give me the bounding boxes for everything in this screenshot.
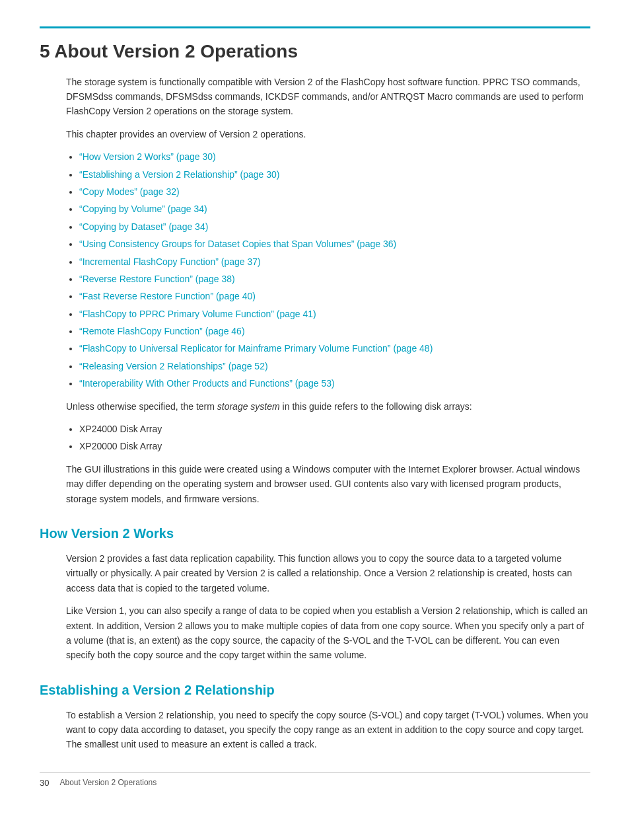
toc-link-14[interactable]: “Interoperability With Other Products an… (79, 378, 335, 389)
toc-link-4[interactable]: “Copying by Volume” (page 34) (79, 204, 207, 214)
list-item: “Using Consistency Groups for Dataset Co… (79, 237, 590, 251)
page-container: 5 About Version 2 Operations The storage… (0, 0, 630, 814)
toc-link-9[interactable]: “Fast Reverse Restore Function” (page 40… (79, 291, 256, 301)
list-item: “Incremental FlashCopy Function” (page 3… (79, 254, 590, 269)
toc-link-12[interactable]: “FlashCopy to Universal Replicator for M… (79, 343, 433, 354)
top-border-line (40, 26, 590, 28)
storage-system-intro-text: Unless otherwise specified, the term sto… (66, 399, 590, 414)
toc-link-8[interactable]: “Reverse Restore Function” (page 38) (79, 274, 235, 284)
storage-system-em: storage system (217, 401, 280, 412)
list-item: “How Version 2 Works” (page 30) (79, 149, 590, 164)
list-item: “Copy Modes” (page 32) (79, 184, 590, 199)
footer-text: About Version 2 Operations (59, 778, 157, 787)
list-item: “Interoperability With Other Products an… (79, 376, 590, 391)
toc-link-7[interactable]: “Incremental FlashCopy Function” (page 3… (79, 256, 261, 267)
toc-link-list: “How Version 2 Works” (page 30) “Establi… (79, 149, 590, 391)
list-item: “Establishing a Version 2 Relationship” … (79, 167, 590, 182)
footer-page-number: 30 (40, 778, 49, 788)
section1-paragraph-2: Like Version 1, you can also specify a r… (66, 603, 590, 663)
list-item: “Remote FlashCopy Function” (page 46) (79, 324, 590, 338)
toc-link-11[interactable]: “Remote FlashCopy Function” (page 46) (79, 326, 245, 336)
list-item: “Copying by Dataset” (page 34) (79, 219, 590, 234)
section2-heading: Establishing a Version 2 Relationship (40, 681, 590, 699)
chapter-title: 5 About Version 2 Operations (40, 40, 590, 63)
list-item: “Fast Reverse Restore Function” (page 40… (79, 289, 590, 303)
list-item: “Reverse Restore Function” (page 38) (79, 272, 590, 286)
storage-system-intro-before: Unless otherwise specified, the term (66, 401, 217, 412)
disk-array-list: XP24000 Disk Array XP20000 Disk Array (79, 422, 590, 454)
page-footer: 30 About Version 2 Operations (40, 772, 590, 788)
list-item: “FlashCopy to Universal Replicator for M… (79, 341, 590, 356)
list-item: “FlashCopy to PPRC Primary Volume Functi… (79, 307, 590, 321)
toc-link-3[interactable]: “Copy Modes” (page 32) (79, 186, 180, 197)
toc-link-2[interactable]: “Establishing a Version 2 Relationship” … (79, 169, 280, 180)
list-item: “Copying by Volume” (page 34) (79, 202, 590, 216)
section1-paragraph-1: Version 2 provides a fast data replicati… (66, 551, 590, 595)
gui-note-text: The GUI illustrations in this guide were… (66, 462, 590, 506)
intro-paragraph-2: This chapter provides an overview of Ver… (66, 127, 590, 141)
list-item: XP24000 Disk Array (79, 422, 590, 436)
section1-heading: How Version 2 Works (40, 525, 590, 542)
list-item: “Releasing Version 2 Relationships” (pag… (79, 359, 590, 373)
toc-link-1[interactable]: “How Version 2 Works” (page 30) (79, 151, 216, 162)
intro-paragraph-1: The storage system is functionally compa… (66, 75, 590, 119)
section2-paragraph-1: To establish a Version 2 relationship, y… (66, 708, 590, 752)
toc-link-5[interactable]: “Copying by Dataset” (page 34) (79, 221, 208, 232)
storage-system-intro-after: in this guide refers to the following di… (280, 401, 472, 412)
toc-link-13[interactable]: “Releasing Version 2 Relationships” (pag… (79, 361, 268, 371)
toc-link-6[interactable]: “Using Consistency Groups for Dataset Co… (79, 239, 396, 249)
toc-link-10[interactable]: “FlashCopy to PPRC Primary Volume Functi… (79, 309, 316, 319)
list-item: XP20000 Disk Array (79, 439, 590, 453)
